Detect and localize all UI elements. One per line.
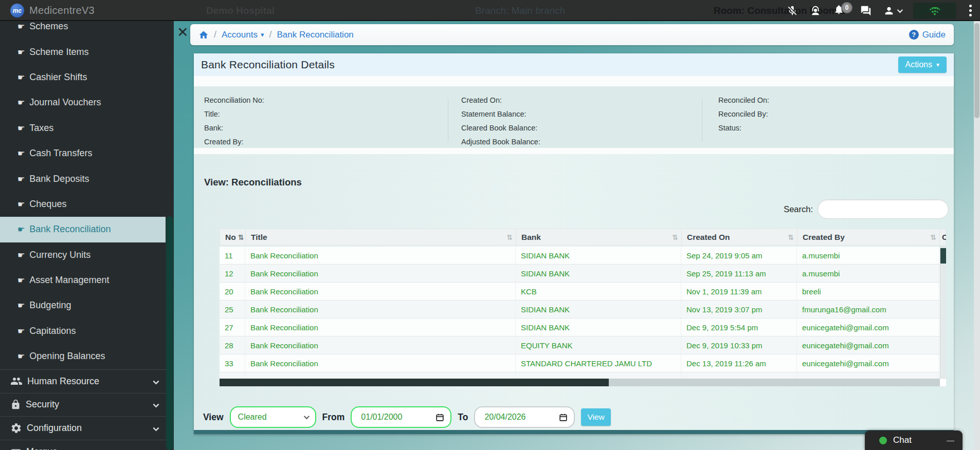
- user-menu[interactable]: [883, 5, 901, 16]
- table-vertical-scrollbar[interactable]: [940, 247, 946, 379]
- chat-bubbles-icon[interactable]: [860, 5, 872, 16]
- view-heading: View: Reconciliations: [204, 177, 302, 188]
- cell-created-by: a.musembi: [797, 247, 939, 264]
- from-date-value: 01/01/2000: [361, 413, 402, 422]
- from-date-input[interactable]: 01/01/2000: [351, 406, 451, 428]
- panel-header: Bank Reconciliation Details Actions ▾: [194, 53, 954, 76]
- table-row[interactable]: 28Bank ReconciliationEQUITY BANKDec 9, 2…: [220, 336, 946, 354]
- sidebar-item-opening-balances[interactable]: ☛Opening Balances: [0, 344, 166, 369]
- hand-point-icon: ☛: [17, 351, 25, 361]
- sidebar-item-scheme-items[interactable]: ☛Scheme Items: [0, 39, 166, 64]
- details-column-2: Created On: Statement Balance: Cleared B…: [461, 93, 540, 149]
- sidebar-section-label: Morgue: [26, 446, 58, 450]
- breadcrumb-bank-reconciliation[interactable]: Bank Reconciliation: [277, 30, 354, 40]
- sidebar-section-human-resource[interactable]: Human Resource: [0, 369, 174, 393]
- to-date-input[interactable]: 20/04/2026: [474, 406, 575, 428]
- sidebar-item-cheques[interactable]: ☛Cheques: [0, 192, 166, 217]
- actions-button[interactable]: Actions ▾: [898, 57, 947, 73]
- sidebar-item-capitations[interactable]: ☛Capitations: [0, 318, 166, 344]
- sidebar-item-taxes[interactable]: ☛Taxes: [0, 116, 166, 141]
- hand-point-icon: ☛: [17, 199, 25, 209]
- sidebar-item-journal-vouchers[interactable]: ☛Journal Vouchers: [0, 90, 166, 115]
- table-row[interactable]: 25Bank ReconciliationSIDIAN BANKNov 13, …: [220, 301, 946, 318]
- sidebar-item-label: Bank Reconciliation: [29, 224, 111, 235]
- cell-title: Bank Reconciliation: [245, 247, 516, 264]
- sidebar-section-security[interactable]: Security: [0, 393, 174, 417]
- column-label: Created By: [803, 233, 845, 242]
- column-header-no[interactable]: No⇅: [220, 229, 246, 245]
- view-button[interactable]: View: [581, 408, 610, 426]
- mic-slash-icon[interactable]: [787, 5, 798, 16]
- cell-created-on: Nov 1, 2019 11:39 am: [681, 283, 797, 300]
- hand-point-icon: ☛: [17, 275, 25, 285]
- notifications[interactable]: 0: [833, 4, 844, 17]
- column-header-clipped[interactable]: C: [940, 229, 946, 245]
- browser-scrollbar-thumb[interactable]: [974, 23, 979, 118]
- horizontal-scrollbar-thumb[interactable]: [220, 379, 609, 386]
- breadcrumb-separator: /: [214, 29, 216, 40]
- cell-created-on: Sep 24, 2019 9:05 am: [681, 247, 797, 264]
- guide-label: Guide: [922, 30, 946, 40]
- minimize-icon[interactable]: —: [947, 436, 954, 445]
- breadcrumb-accounts[interactable]: Accounts ▾: [222, 30, 264, 40]
- table-row[interactable]: 11Bank ReconciliationSIDIAN BANKSep 24, …: [220, 247, 946, 265]
- hospital-name: Demo Hospital: [206, 0, 275, 21]
- hand-point-icon: ☛: [17, 72, 25, 82]
- queue-button[interactable]: Queue: [913, 3, 956, 19]
- filter-bar: View Cleared From 01/01/2000 To 20/04/20…: [203, 404, 611, 430]
- cell-title: Bank Reconciliation: [245, 336, 516, 354]
- search-input[interactable]: [818, 199, 949, 219]
- table-horizontal-scrollbar[interactable]: [220, 379, 940, 386]
- sidebar-item-budgeting[interactable]: ☛Budgeting: [0, 293, 166, 318]
- sidebar-item-bank-reconciliation[interactable]: ☛Bank Reconciliation: [0, 217, 166, 242]
- sidebar-section-morgue[interactable]: Morgue: [0, 440, 174, 450]
- cell-created-on: Sep 25, 2019 11:13 am: [681, 265, 797, 282]
- user-icon: [883, 5, 895, 16]
- brand[interactable]: mc MedicentreV3: [10, 0, 95, 21]
- sidebar-item-cashier-shifts[interactable]: ☛Cashier Shifts: [0, 65, 166, 90]
- column-header-created-on[interactable]: Created On⇅: [682, 229, 797, 245]
- sidebar-item-label: Opening Balances: [29, 351, 105, 362]
- sidebar-section-configuration[interactable]: Configuration: [0, 416, 174, 440]
- sidebar-item-schemes[interactable]: ☛Schemes: [0, 21, 166, 39]
- column-header-title[interactable]: Title⇅: [246, 229, 516, 245]
- sidebar-item-bank-deposits[interactable]: ☛Bank Deposits: [0, 166, 166, 191]
- close-icon[interactable]: ✕: [177, 24, 189, 40]
- main-panel: Bank Reconciliation Details Actions ▾ Re…: [194, 53, 954, 434]
- cell-created-on: Dec 9, 2019 5:54 pm: [681, 318, 797, 336]
- column-header-bank[interactable]: Bank⇅: [516, 229, 682, 245]
- chat-widget[interactable]: Chat —: [865, 430, 963, 450]
- table-row[interactable]: 33Bank ReconciliationSTANDARD CHARTERED …: [220, 354, 946, 372]
- home-link[interactable]: [198, 30, 209, 40]
- sidebar-item-cash-transfers[interactable]: ☛Cash Transfers: [0, 141, 166, 166]
- sidebar-item-label: Currency Units: [29, 250, 90, 260]
- sidebar-scrollbar-thumb[interactable]: [166, 216, 173, 450]
- divider: [702, 99, 702, 142]
- headset-icon[interactable]: [810, 5, 821, 16]
- sidebar-item-currency-units[interactable]: ☛Currency Units: [0, 242, 166, 268]
- guide-link[interactable]: ? Guide: [909, 30, 946, 40]
- to-date-value: 20/04/2026: [484, 413, 525, 422]
- question-circle-icon: ?: [909, 30, 919, 40]
- vertical-scrollbar-thumb[interactable]: [940, 248, 946, 264]
- table-row[interactable]: 12Bank ReconciliationSIDIAN BANKSep 25, …: [220, 265, 946, 283]
- sidebar-item-label: Capitations: [29, 326, 76, 336]
- sidebar-item-asset-management[interactable]: ☛Asset Management: [0, 268, 166, 293]
- users-icon: [10, 375, 23, 387]
- sidebar-sections: Human Resource Security Configuration Mo…: [0, 369, 174, 450]
- column-header-created-by[interactable]: Created By⇅: [797, 229, 940, 245]
- sidebar-section-label: Configuration: [27, 423, 82, 434]
- browser-scrollbar[interactable]: [974, 21, 980, 450]
- sidebar-item-label: Journal Vouchers: [29, 97, 101, 108]
- view-select[interactable]: Cleared: [230, 406, 316, 428]
- cell-title: Bank Reconciliation: [245, 318, 516, 336]
- lock-icon: [10, 399, 21, 410]
- table-row[interactable]: 27Bank ReconciliationSIDIAN BANKDec 9, 2…: [220, 318, 946, 336]
- sidebar-item-label: Cheques: [29, 199, 66, 210]
- reconciliations-table: No⇅ Title⇅ Bank⇅ Created On⇅ Created By⇅…: [220, 229, 946, 386]
- kebab-menu-icon[interactable]: [968, 4, 973, 17]
- table-row[interactable]: 20Bank ReconciliationKCBNov 1, 2019 11:3…: [220, 283, 946, 301]
- calendar-icon: [559, 413, 568, 422]
- cell-created-by: a.musembi: [797, 265, 939, 282]
- chevron-down-icon: [897, 7, 903, 12]
